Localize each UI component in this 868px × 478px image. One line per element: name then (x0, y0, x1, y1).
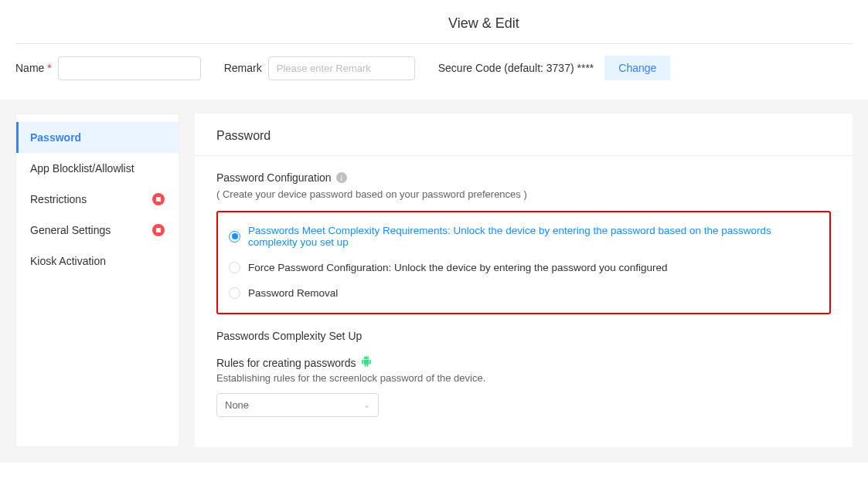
radio-option-force[interactable]: Force Password Configuration: Unlock the… (229, 262, 819, 273)
content-divider (195, 155, 853, 156)
complexity-title: Passwords Complexity Set Up (216, 330, 831, 342)
remark-label: Remark (224, 62, 262, 74)
chevron-down-icon: ⌄ (363, 400, 370, 410)
radio-option-removal[interactable]: Password Removal (229, 287, 819, 299)
rules-desc: Establishing rules for the screenlock pa… (216, 372, 831, 384)
content-heading: Password (216, 129, 831, 143)
radio-label: Force Password Configuration: Unlock the… (248, 262, 668, 273)
radio-label: Password Removal (248, 287, 338, 299)
sidebar-item-label: App Blocklist/Allowlist (30, 162, 134, 175)
radio-label: Passwords Meet Complexity Requirements: … (248, 225, 819, 248)
content-panel: Password Password Configuration i ( Crea… (195, 114, 853, 447)
sidebar-item-restrictions[interactable]: Restrictions (16, 184, 179, 215)
sidebar-item-password[interactable]: Password (16, 122, 179, 153)
sidebar-item-blocklist[interactable]: App Blocklist/Allowlist (16, 153, 179, 184)
change-button[interactable]: Change (604, 56, 670, 80)
name-input[interactable] (58, 56, 201, 80)
remark-input[interactable] (268, 56, 415, 80)
sidebar-item-label: Kiosk Activation (30, 255, 106, 267)
radio-icon (229, 287, 240, 299)
sidebar-item-general[interactable]: General Settings (16, 215, 179, 246)
name-label: Name * (15, 62, 52, 74)
sidebar-item-label: Restrictions (30, 193, 87, 205)
radio-icon (229, 231, 240, 242)
android-icon (361, 356, 372, 369)
config-title: Password Configuration (216, 171, 332, 184)
config-desc: ( Create your device password based on y… (216, 188, 831, 200)
rules-select[interactable]: None ⌄ (216, 393, 379, 417)
sidebar: Password App Blocklist/Allowlist Restric… (15, 114, 179, 447)
restriction-badge-icon (152, 193, 165, 205)
page-title: View & Edit (448, 15, 868, 32)
general-badge-icon (152, 224, 165, 236)
sidebar-item-label: Password (30, 131, 81, 144)
form-row: Name * Remark Secure Code (default: 3737… (0, 44, 868, 100)
select-value: None (225, 399, 249, 411)
svg-rect-1 (156, 228, 161, 232)
sidebar-item-label: General Settings (30, 224, 111, 236)
secure-code-label: Secure Code (default: 3737) **** (438, 62, 594, 74)
info-icon[interactable]: i (336, 172, 347, 183)
sidebar-item-kiosk[interactable]: Kiosk Activation (16, 246, 179, 276)
svg-rect-0 (156, 197, 161, 202)
radio-icon (229, 262, 240, 273)
radio-option-complexity[interactable]: Passwords Meet Complexity Requirements: … (229, 225, 819, 248)
rules-title: Rules for creating passwords (216, 357, 356, 369)
password-options-box: Passwords Meet Complexity Requirements: … (216, 211, 831, 314)
